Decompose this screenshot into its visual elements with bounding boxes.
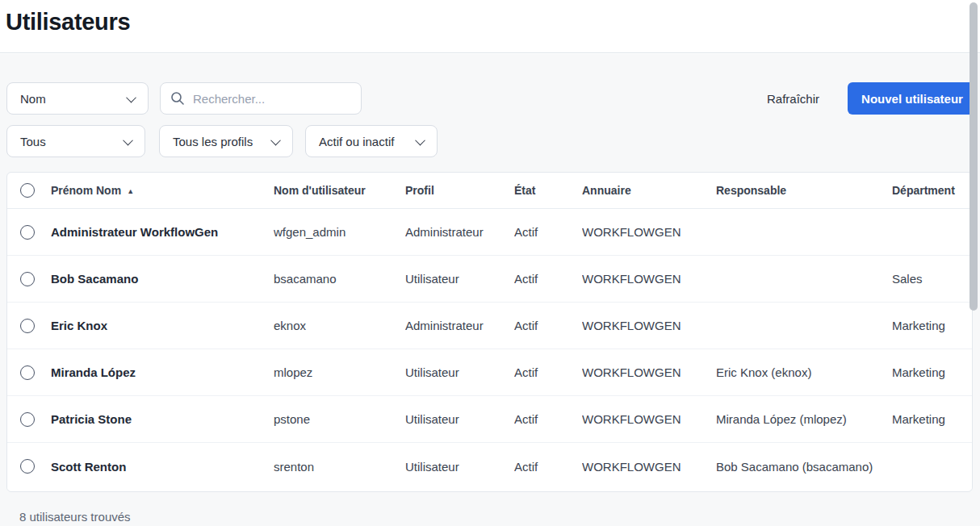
cell-full-name: Miranda López — [51, 365, 274, 379]
cell-manager: Miranda López (mlopez) — [716, 412, 892, 426]
cell-department: Marketing — [892, 412, 972, 426]
column-header-6[interactable]: Départment — [892, 184, 972, 197]
row-checkbox[interactable] — [20, 225, 35, 240]
cell-directory: WORKFLOWGEN — [582, 225, 716, 239]
table-row[interactable]: Patricia Stone pstone Utilisateur Actif … — [7, 396, 972, 443]
cell-state: Actif — [514, 460, 582, 474]
cell-department: Marketing — [892, 365, 972, 379]
cell-profile: Utilisateur — [405, 412, 514, 426]
result-count-label: 8 utilisateurs trouvés — [19, 510, 131, 524]
row-checkbox-cell — [7, 272, 51, 286]
chevron-down-icon — [270, 135, 281, 145]
vertical-scrollbar-thumb[interactable] — [970, 2, 978, 311]
cell-state: Actif — [514, 225, 582, 239]
cell-department: Sales — [892, 272, 972, 286]
cell-profile: Utilisateur — [405, 365, 514, 379]
chevron-down-icon — [123, 135, 133, 145]
page-title: Utilisateurs — [6, 9, 130, 35]
cell-manager: Bob Sacamano (bsacamano) — [716, 460, 892, 474]
cell-full-name: Bob Sacamano — [51, 272, 274, 286]
column-header-4[interactable]: Annuaire — [582, 184, 716, 197]
cell-state: Actif — [514, 272, 582, 286]
column-header-3[interactable]: État — [514, 184, 582, 197]
cell-department: Marketing — [892, 319, 972, 332]
cell-directory: WORKFLOWGEN — [582, 272, 716, 286]
profile-filter-value: Tous les profils — [173, 135, 253, 148]
status-filter-value: Actif ou inactif — [319, 135, 394, 148]
cell-full-name: Scott Renton — [51, 460, 274, 474]
row-checkbox[interactable] — [20, 319, 35, 333]
row-checkbox-cell — [7, 459, 51, 474]
cell-username: mlopez — [274, 365, 405, 379]
row-checkbox[interactable] — [20, 365, 35, 380]
search-field-select[interactable]: Nom — [6, 82, 149, 115]
cell-profile: Administrateur — [405, 225, 514, 239]
sort-ascending-icon: ▲ — [127, 187, 134, 195]
cell-profile: Administrateur — [405, 319, 514, 332]
search-input[interactable] — [193, 92, 351, 106]
filters-bar: Tous Tous les profils Actif ou inactif — [6, 125, 438, 157]
cell-username: wfgen_admin — [274, 225, 405, 239]
directory-filter-select[interactable]: Tous — [6, 125, 145, 157]
column-header-1[interactable]: Nom d'utilisateur — [274, 184, 405, 197]
toolbar: Nom Rafraîchir Nouvel utilisateur — [6, 82, 977, 115]
cell-username: eknox — [274, 319, 405, 332]
cell-username: pstone — [274, 412, 405, 426]
refresh-button[interactable]: Rafraîchir — [767, 92, 819, 106]
cell-full-name: Patricia Stone — [51, 412, 274, 426]
row-checkbox[interactable] — [20, 412, 35, 427]
cell-manager: Eric Knox (eknox) — [716, 365, 892, 379]
row-checkbox[interactable] — [20, 459, 35, 474]
page-header: Utilisateurs — [0, 0, 980, 53]
cell-username: bsacamano — [274, 272, 405, 286]
new-user-button[interactable]: Nouvel utilisateur — [848, 82, 977, 115]
cell-directory: WORKFLOWGEN — [582, 460, 716, 474]
row-checkbox-cell — [7, 225, 51, 240]
cell-state: Actif — [514, 319, 582, 332]
cell-profile: Utilisateur — [405, 272, 514, 286]
cell-username: srenton — [274, 460, 405, 474]
cell-state: Actif — [514, 412, 582, 426]
cell-full-name: Eric Knox — [51, 319, 274, 332]
cell-full-name: Administrateur WorkflowGen — [51, 225, 274, 239]
row-checkbox-cell — [7, 319, 51, 333]
chevron-down-icon — [415, 135, 425, 145]
cell-directory: WORKFLOWGEN — [582, 319, 716, 332]
cell-profile: Utilisateur — [405, 460, 514, 474]
status-filter-select[interactable]: Actif ou inactif — [305, 125, 438, 157]
cell-state: Actif — [514, 365, 582, 379]
chevron-down-icon — [126, 92, 136, 102]
column-header-5[interactable]: Responsable — [716, 184, 892, 197]
search-field-select-value: Nom — [20, 92, 46, 106]
table-row[interactable]: Miranda López mlopez Utilisateur Actif W… — [7, 349, 972, 396]
directory-filter-value: Tous — [20, 135, 46, 148]
users-table: Prénom Nom▲Nom d'utilisateurProfilÉtatAn… — [6, 172, 973, 492]
users-admin-page: Utilisateurs Nom Rafraîchir Nouvel utili… — [0, 0, 980, 526]
cell-directory: WORKFLOWGEN — [582, 412, 716, 426]
row-checkbox[interactable] — [20, 272, 35, 286]
table-row[interactable]: Bob Sacamano bsacamano Utilisateur Actif… — [7, 256, 972, 303]
table-body: Administrateur WorkflowGen wfgen_admin A… — [7, 209, 972, 490]
select-all-cell — [7, 183, 51, 198]
column-header-0[interactable]: Prénom Nom▲ — [51, 184, 274, 197]
cell-directory: WORKFLOWGEN — [582, 365, 716, 379]
table-row[interactable]: Scott Renton srenton Utilisateur Actif W… — [7, 443, 972, 490]
search-icon — [170, 91, 185, 106]
table-row[interactable]: Administrateur WorkflowGen wfgen_admin A… — [7, 209, 972, 256]
table-header-row: Prénom Nom▲Nom d'utilisateurProfilÉtatAn… — [7, 173, 972, 209]
select-all-checkbox[interactable] — [20, 183, 35, 198]
column-header-2[interactable]: Profil — [405, 184, 514, 197]
row-checkbox-cell — [7, 412, 51, 427]
table-row[interactable]: Eric Knox eknox Administrateur Actif WOR… — [7, 303, 972, 349]
row-checkbox-cell — [7, 365, 51, 380]
search-box[interactable] — [160, 82, 362, 115]
profile-filter-select[interactable]: Tous les profils — [159, 125, 293, 157]
